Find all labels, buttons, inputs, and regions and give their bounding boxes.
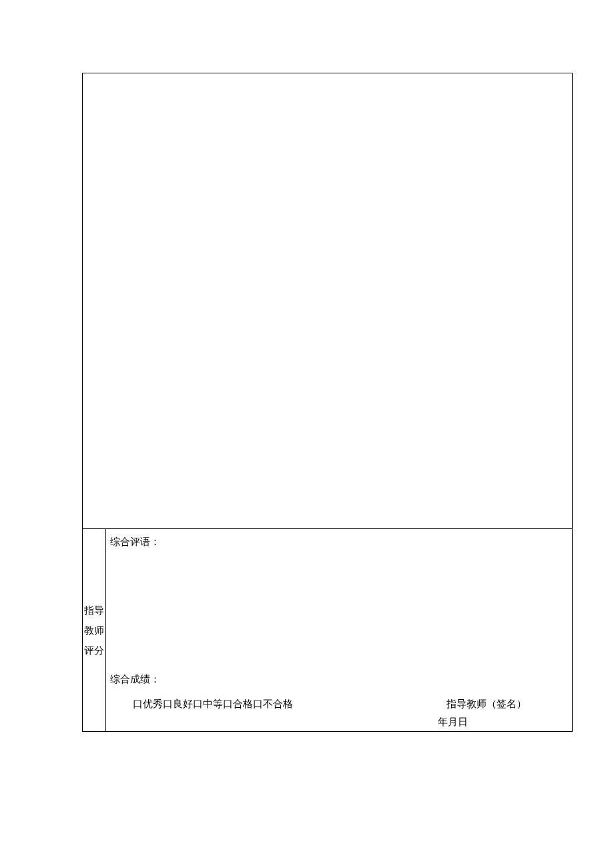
grade-label: 综合成绩： [110,673,568,686]
comment-label: 综合评语： [110,536,160,547]
grade-options: 口优秀口良好口中等口合格口不合格 [133,698,293,711]
row-label-cell: 指导 教师 评分 [83,529,106,731]
evaluation-section: 指导 教师 评分 综合评语： 综合成绩： 口优秀口良好口中等口合格口不合格 指导… [83,529,572,731]
upper-blank-section [83,73,572,529]
grade-area: 综合成绩： 口优秀口良好口中等口合格口不合格 指导教师（签名） 年月日 [106,669,572,731]
label-line-1: 指导 [84,600,104,620]
form-table: 指导 教师 评分 综合评语： 综合成绩： 口优秀口良好口中等口合格口不合格 指导… [82,73,573,732]
grade-options-row: 口优秀口良好口中等口合格口不合格 指导教师（签名） [110,698,568,711]
evaluation-content: 综合评语： 综合成绩： 口优秀口良好口中等口合格口不合格 指导教师（签名） 年月… [106,529,572,731]
date-label: 年月日 [110,716,568,729]
comment-area: 综合评语： [106,529,572,669]
signature-label: 指导教师（签名） [446,698,527,711]
label-line-2: 教师 [84,620,104,640]
label-line-3: 评分 [84,640,104,661]
